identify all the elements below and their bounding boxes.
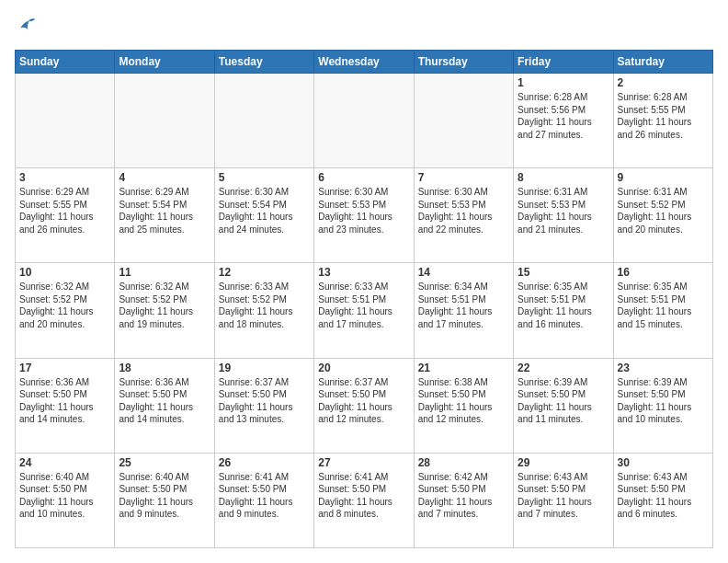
day-info: Sunrise: 6:28 AMSunset: 5:55 PMDaylight:… [618, 91, 709, 141]
day-info: Sunrise: 6:29 AMSunset: 5:55 PMDaylight:… [19, 186, 110, 236]
calendar-cell: 27Sunrise: 6:41 AMSunset: 5:50 PMDayligh… [314, 453, 414, 547]
calendar-cell: 26Sunrise: 6:41 AMSunset: 5:50 PMDayligh… [214, 453, 313, 547]
week-row-2: 10Sunrise: 6:32 AMSunset: 5:52 PMDayligh… [16, 263, 713, 358]
day-info: Sunrise: 6:35 AMSunset: 5:51 PMDaylight:… [518, 281, 609, 330]
logo-icon [15, 15, 37, 40]
day-number: 30 [618, 456, 709, 469]
day-info: Sunrise: 6:39 AMSunset: 5:50 PMDaylight:… [618, 376, 709, 426]
day-info: Sunrise: 6:33 AMSunset: 5:52 PMDaylight:… [219, 281, 310, 330]
day-number: 15 [518, 266, 609, 279]
day-number: 10 [19, 266, 110, 279]
day-number: 29 [518, 456, 609, 469]
day-info: Sunrise: 6:36 AMSunset: 5:50 PMDaylight:… [119, 376, 210, 426]
calendar-cell [214, 74, 313, 168]
calendar-cell: 2Sunrise: 6:28 AMSunset: 5:55 PMDaylight… [613, 74, 712, 168]
day-number: 18 [119, 362, 210, 374]
weekday-header-sunday: Sunday [16, 51, 115, 74]
day-number: 17 [19, 362, 110, 374]
day-number: 7 [418, 171, 509, 184]
day-info: Sunrise: 6:30 AMSunset: 5:54 PMDaylight:… [219, 186, 310, 236]
day-number: 5 [219, 171, 310, 184]
calendar-cell: 24Sunrise: 6:40 AMSunset: 5:50 PMDayligh… [16, 453, 115, 547]
calendar-cell: 15Sunrise: 6:35 AMSunset: 5:51 PMDayligh… [514, 263, 613, 358]
calendar-cell: 6Sunrise: 6:30 AMSunset: 5:53 PMDaylight… [314, 168, 414, 263]
day-number: 20 [318, 362, 409, 374]
weekday-header-friday: Friday [514, 51, 613, 74]
week-row-1: 3Sunrise: 6:29 AMSunset: 5:55 PMDaylight… [16, 168, 713, 263]
calendar-cell [314, 74, 414, 168]
calendar-table: SundayMondayTuesdayWednesdayThursdayFrid… [15, 50, 713, 548]
day-number: 11 [119, 266, 210, 279]
day-info: Sunrise: 6:31 AMSunset: 5:52 PMDaylight:… [618, 186, 709, 236]
day-number: 2 [618, 76, 709, 89]
calendar-cell: 8Sunrise: 6:31 AMSunset: 5:53 PMDaylight… [514, 168, 613, 263]
calendar-cell: 16Sunrise: 6:35 AMSunset: 5:51 PMDayligh… [613, 263, 712, 358]
calendar-cell: 3Sunrise: 6:29 AMSunset: 5:55 PMDaylight… [16, 168, 115, 263]
day-number: 27 [318, 456, 409, 469]
calendar-cell: 11Sunrise: 6:32 AMSunset: 5:52 PMDayligh… [115, 263, 214, 358]
calendar-cell: 20Sunrise: 6:37 AMSunset: 5:50 PMDayligh… [314, 358, 414, 453]
weekday-header-tuesday: Tuesday [214, 51, 313, 74]
day-info: Sunrise: 6:41 AMSunset: 5:50 PMDaylight:… [219, 471, 310, 521]
day-info: Sunrise: 6:31 AMSunset: 5:53 PMDaylight:… [518, 186, 609, 236]
calendar-cell: 23Sunrise: 6:39 AMSunset: 5:50 PMDayligh… [613, 358, 712, 453]
day-number: 14 [418, 266, 509, 279]
week-row-4: 24Sunrise: 6:40 AMSunset: 5:50 PMDayligh… [16, 453, 713, 547]
day-info: Sunrise: 6:29 AMSunset: 5:54 PMDaylight:… [119, 186, 210, 236]
day-info: Sunrise: 6:40 AMSunset: 5:50 PMDaylight:… [119, 471, 210, 521]
weekday-header-wednesday: Wednesday [314, 51, 414, 74]
day-number: 3 [19, 171, 110, 184]
day-info: Sunrise: 6:36 AMSunset: 5:50 PMDaylight:… [19, 376, 110, 426]
day-number: 13 [318, 266, 409, 279]
header [15, 15, 713, 40]
calendar-cell: 1Sunrise: 6:28 AMSunset: 5:56 PMDaylight… [514, 74, 613, 168]
calendar-cell: 25Sunrise: 6:40 AMSunset: 5:50 PMDayligh… [115, 453, 214, 547]
day-info: Sunrise: 6:39 AMSunset: 5:50 PMDaylight:… [518, 376, 609, 426]
weekday-header-saturday: Saturday [613, 51, 712, 74]
day-info: Sunrise: 6:33 AMSunset: 5:51 PMDaylight:… [318, 281, 409, 330]
calendar-cell [115, 74, 214, 168]
day-number: 26 [219, 456, 310, 469]
day-number: 22 [518, 362, 609, 374]
day-info: Sunrise: 6:37 AMSunset: 5:50 PMDaylight:… [219, 376, 310, 426]
day-info: Sunrise: 6:32 AMSunset: 5:52 PMDaylight:… [119, 281, 210, 330]
week-row-3: 17Sunrise: 6:36 AMSunset: 5:50 PMDayligh… [16, 358, 713, 453]
calendar-cell [414, 74, 513, 168]
day-info: Sunrise: 6:30 AMSunset: 5:53 PMDaylight:… [418, 186, 509, 236]
day-info: Sunrise: 6:34 AMSunset: 5:51 PMDaylight:… [418, 281, 509, 330]
calendar-cell: 5Sunrise: 6:30 AMSunset: 5:54 PMDaylight… [214, 168, 313, 263]
calendar-cell: 14Sunrise: 6:34 AMSunset: 5:51 PMDayligh… [414, 263, 513, 358]
calendar-cell: 10Sunrise: 6:32 AMSunset: 5:52 PMDayligh… [16, 263, 115, 358]
weekday-header-row: SundayMondayTuesdayWednesdayThursdayFrid… [16, 51, 713, 74]
day-number: 12 [219, 266, 310, 279]
calendar-cell: 12Sunrise: 6:33 AMSunset: 5:52 PMDayligh… [214, 263, 313, 358]
page: SundayMondayTuesdayWednesdayThursdayFrid… [0, 0, 728, 563]
calendar-cell [16, 74, 115, 168]
day-number: 19 [219, 362, 310, 374]
day-info: Sunrise: 6:42 AMSunset: 5:50 PMDaylight:… [418, 471, 509, 521]
day-info: Sunrise: 6:43 AMSunset: 5:50 PMDaylight:… [618, 471, 709, 521]
calendar-cell: 22Sunrise: 6:39 AMSunset: 5:50 PMDayligh… [514, 358, 613, 453]
day-info: Sunrise: 6:28 AMSunset: 5:56 PMDaylight:… [518, 91, 609, 141]
calendar-cell: 17Sunrise: 6:36 AMSunset: 5:50 PMDayligh… [16, 358, 115, 453]
week-row-0: 1Sunrise: 6:28 AMSunset: 5:56 PMDaylight… [16, 74, 713, 168]
day-info: Sunrise: 6:30 AMSunset: 5:53 PMDaylight:… [318, 186, 409, 236]
day-number: 1 [518, 76, 609, 89]
calendar-cell: 28Sunrise: 6:42 AMSunset: 5:50 PMDayligh… [414, 453, 513, 547]
logo [15, 15, 40, 40]
calendar-cell: 21Sunrise: 6:38 AMSunset: 5:50 PMDayligh… [414, 358, 513, 453]
calendar-cell: 13Sunrise: 6:33 AMSunset: 5:51 PMDayligh… [314, 263, 414, 358]
calendar-cell: 18Sunrise: 6:36 AMSunset: 5:50 PMDayligh… [115, 358, 214, 453]
day-info: Sunrise: 6:37 AMSunset: 5:50 PMDaylight:… [318, 376, 409, 426]
day-info: Sunrise: 6:41 AMSunset: 5:50 PMDaylight:… [318, 471, 409, 521]
day-info: Sunrise: 6:40 AMSunset: 5:50 PMDaylight:… [19, 471, 110, 521]
day-number: 9 [618, 171, 709, 184]
day-number: 6 [318, 171, 409, 184]
day-info: Sunrise: 6:35 AMSunset: 5:51 PMDaylight:… [618, 281, 709, 330]
day-number: 28 [418, 456, 509, 469]
day-number: 24 [19, 456, 110, 469]
calendar-cell: 9Sunrise: 6:31 AMSunset: 5:52 PMDaylight… [613, 168, 712, 263]
day-info: Sunrise: 6:43 AMSunset: 5:50 PMDaylight:… [518, 471, 609, 521]
calendar-cell: 7Sunrise: 6:30 AMSunset: 5:53 PMDaylight… [414, 168, 513, 263]
calendar-cell: 4Sunrise: 6:29 AMSunset: 5:54 PMDaylight… [115, 168, 214, 263]
